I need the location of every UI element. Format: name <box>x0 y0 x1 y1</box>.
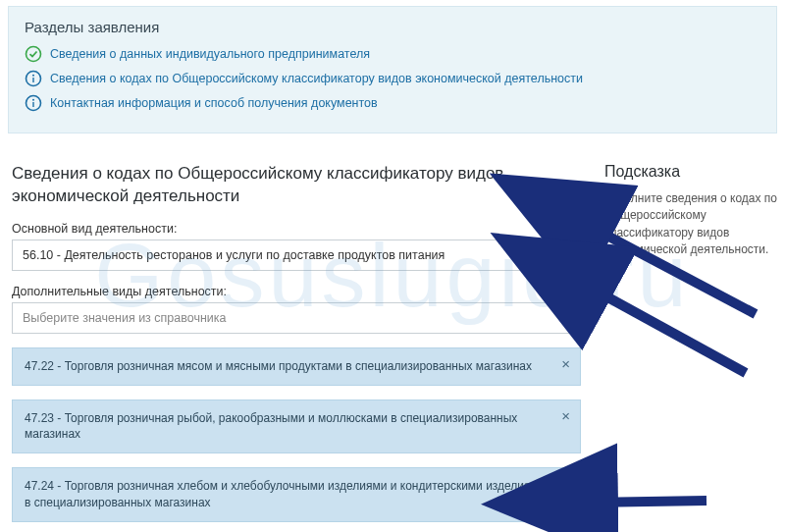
primary-activity-value: 56.10 - Деятельность ресторанов и услуги… <box>23 248 445 262</box>
primary-activity-label: Основной вид деятельности: <box>12 222 581 236</box>
activity-chip-label: 47.23 - Торговля розничная рыбой, ракооб… <box>25 411 517 442</box>
section-link[interactable]: Контактная информация и способ получения… <box>50 96 378 110</box>
svg-point-0 <box>26 47 41 62</box>
info-circle-icon <box>25 94 42 112</box>
svg-rect-6 <box>32 102 33 107</box>
additional-activity-select[interactable]: Выберите значения из справочника <box>12 302 581 334</box>
activity-chip: 47.22 - Торговля розничная мясом и мясны… <box>12 347 581 386</box>
svg-point-5 <box>32 99 34 101</box>
additional-activity-label: Дополнительные виды деятельности: <box>12 285 581 298</box>
section-link[interactable]: Сведения о кодах по Общероссийскому клас… <box>50 72 583 85</box>
section-item: Сведения о кодах по Общероссийскому клас… <box>25 70 760 87</box>
section-link[interactable]: Сведения о данных индивидуального предпр… <box>50 47 370 61</box>
activity-chip: 47.23 - Торговля розничная рыбой, ракооб… <box>12 399 581 454</box>
check-circle-icon <box>25 45 42 63</box>
sections-title: Разделы заявления <box>25 19 760 35</box>
activity-chip-label: 47.24 - Торговля розничная хлебом и хлеб… <box>25 479 546 509</box>
section-item: Сведения о данных индивидуального предпр… <box>25 45 760 63</box>
info-circle-icon <box>25 70 42 87</box>
close-icon[interactable]: × <box>561 356 570 371</box>
section-item: Контактная информация и способ получения… <box>25 94 760 112</box>
hint-text: Заполните сведения о кодах по Общероссий… <box>604 190 777 259</box>
activity-chip-label: 47.22 - Торговля розничная мясом и мясны… <box>25 359 532 373</box>
hint-heading: Подсказка <box>604 163 777 181</box>
sections-panel: Разделы заявления Сведения о данных инди… <box>8 6 777 133</box>
primary-activity-select[interactable]: 56.10 - Деятельность ресторанов и услуги… <box>12 239 581 271</box>
svg-point-2 <box>32 75 34 77</box>
page-heading: Сведения о кодах по Общероссийскому клас… <box>12 163 581 208</box>
activity-chip: 47.24 - Торговля розничная хлебом и хлеб… <box>12 467 581 522</box>
chevron-down-icon <box>558 251 570 259</box>
svg-rect-3 <box>32 78 33 82</box>
additional-activity-placeholder: Выберите значения из справочника <box>23 311 227 325</box>
close-icon[interactable]: × <box>561 408 570 423</box>
chevron-down-icon <box>558 314 570 322</box>
hint-panel: Подсказка Заполните сведения о кодах по … <box>604 163 777 532</box>
additional-activities-list: 47.22 - Торговля розничная мясом и мясны… <box>12 347 581 522</box>
close-icon[interactable]: × <box>561 476 570 491</box>
